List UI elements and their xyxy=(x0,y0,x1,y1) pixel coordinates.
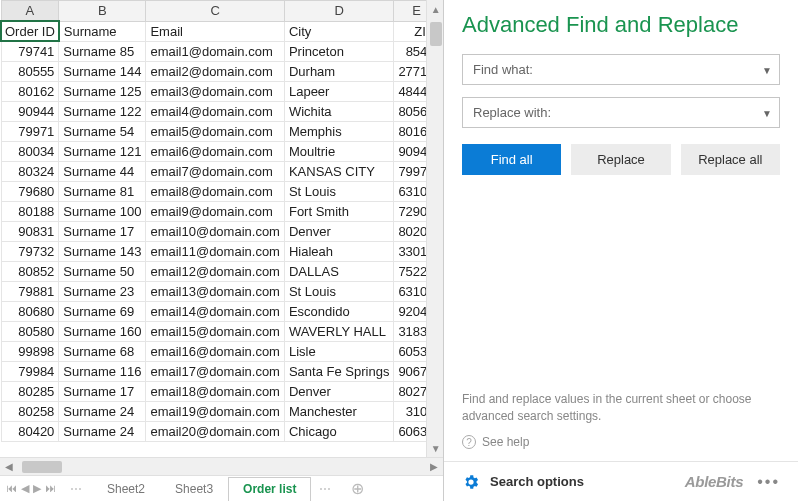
cell[interactable]: email13@domain.com xyxy=(146,282,285,302)
tab-overflow-icon[interactable]: ⋯ xyxy=(62,482,92,496)
cell[interactable]: Surname 125 xyxy=(59,82,146,102)
cell[interactable]: 79741 xyxy=(1,41,59,62)
scrollbar-thumb[interactable] xyxy=(430,22,442,46)
see-help-link[interactable]: ? See help xyxy=(462,435,780,449)
cell[interactable]: Surname 17 xyxy=(59,382,146,402)
cell[interactable]: Lisle xyxy=(284,342,393,362)
cell[interactable]: 79680 xyxy=(1,182,59,202)
column-header-B[interactable]: B xyxy=(59,1,146,22)
cell[interactable]: 48446 xyxy=(394,82,426,102)
replace-button[interactable]: Replace xyxy=(571,144,670,175)
cell[interactable]: Princeton xyxy=(284,41,393,62)
cell[interactable]: email5@domain.com xyxy=(146,122,285,142)
tab-last-icon[interactable]: ⏭ xyxy=(45,482,56,495)
cell[interactable]: email7@domain.com xyxy=(146,162,285,182)
cell[interactable]: email20@domain.com xyxy=(146,422,285,442)
find-what-field[interactable]: Find what: ▼ xyxy=(462,54,780,85)
cell[interactable]: email1@domain.com xyxy=(146,41,285,62)
cell[interactable]: 80680 xyxy=(1,302,59,322)
cell[interactable]: Denver xyxy=(284,222,393,242)
cell[interactable]: Surname 17 xyxy=(59,222,146,242)
scroll-right-icon[interactable]: ▶ xyxy=(425,458,443,476)
cell[interactable]: 79984 xyxy=(1,362,59,382)
cell[interactable]: Surname 121 xyxy=(59,142,146,162)
cell[interactable]: email12@domain.com xyxy=(146,262,285,282)
cell[interactable]: 80034 xyxy=(1,142,59,162)
cell[interactable]: Hialeah xyxy=(284,242,393,262)
add-sheet-icon[interactable]: ⊕ xyxy=(341,479,374,498)
cell[interactable]: 90831 xyxy=(1,222,59,242)
cell[interactable]: 92046 xyxy=(394,302,426,322)
cell[interactable]: 79881 xyxy=(1,282,59,302)
scroll-down-icon[interactable]: ▼ xyxy=(427,439,443,457)
cell[interactable]: email6@domain.com xyxy=(146,142,285,162)
cell[interactable]: Wichita xyxy=(284,102,393,122)
cell[interactable]: 60637 xyxy=(394,422,426,442)
find-all-button[interactable]: Find all xyxy=(462,144,561,175)
cell[interactable]: 79976 xyxy=(394,162,426,182)
header-cell[interactable]: Email xyxy=(146,21,285,41)
cell[interactable]: Surname 54 xyxy=(59,122,146,142)
cell[interactable]: Surname 100 xyxy=(59,202,146,222)
cell[interactable]: 60532 xyxy=(394,342,426,362)
horizontal-scrollbar[interactable]: ◀ ▶ xyxy=(0,457,443,475)
cell[interactable]: Surname 116 xyxy=(59,362,146,382)
column-header-E[interactable]: E xyxy=(394,1,426,22)
cell[interactable]: Surname 24 xyxy=(59,422,146,442)
cell[interactable]: 80274 xyxy=(394,382,426,402)
cell[interactable]: 80209 xyxy=(394,222,426,242)
cell[interactable]: email2@domain.com xyxy=(146,62,285,82)
spreadsheet-grid[interactable]: ABCDEOrder IDSurnameEmailCityZIP79741Sur… xyxy=(0,0,426,457)
sheet-tab[interactable]: Sheet3 xyxy=(160,477,228,501)
replace-with-input[interactable]: Replace with: xyxy=(462,97,780,128)
column-header-A[interactable]: A xyxy=(1,1,59,22)
cell[interactable]: Surname 81 xyxy=(59,182,146,202)
cell[interactable]: 8540 xyxy=(394,41,426,62)
cell[interactable]: email17@domain.com xyxy=(146,362,285,382)
cell[interactable]: 33016 xyxy=(394,242,426,262)
cell[interactable]: 79732 xyxy=(1,242,59,262)
tab-first-icon[interactable]: ⏮ xyxy=(6,482,17,495)
cell[interactable]: 75225 xyxy=(394,262,426,282)
cell[interactable]: 3101 xyxy=(394,402,426,422)
cell[interactable]: email10@domain.com xyxy=(146,222,285,242)
search-options-button[interactable]: Search options xyxy=(462,473,584,491)
cell[interactable]: Moultrie xyxy=(284,142,393,162)
cell[interactable]: 80324 xyxy=(1,162,59,182)
column-header-D[interactable]: D xyxy=(284,1,393,22)
cell[interactable]: Surname 44 xyxy=(59,162,146,182)
cell[interactable]: Denver xyxy=(284,382,393,402)
cell[interactable]: email8@domain.com xyxy=(146,182,285,202)
scrollbar-thumb[interactable] xyxy=(22,461,62,473)
cell[interactable]: Surname 68 xyxy=(59,342,146,362)
sheet-tab[interactable]: Order list xyxy=(228,477,311,502)
cell[interactable]: Lapeer xyxy=(284,82,393,102)
vertical-scrollbar[interactable]: ▲ ▼ xyxy=(426,0,443,457)
cell[interactable]: DALLAS xyxy=(284,262,393,282)
cell[interactable]: 80580 xyxy=(1,322,59,342)
cell[interactable]: Surname 69 xyxy=(59,302,146,322)
cell[interactable]: Surname 143 xyxy=(59,242,146,262)
cell[interactable]: 80188 xyxy=(1,202,59,222)
more-menu-icon[interactable]: ••• xyxy=(757,473,780,491)
column-header-C[interactable]: C xyxy=(146,1,285,22)
cell[interactable]: email19@domain.com xyxy=(146,402,285,422)
cell[interactable]: 31831 xyxy=(394,322,426,342)
cell[interactable]: 80167 xyxy=(394,122,426,142)
cell[interactable]: 80555 xyxy=(1,62,59,82)
cell[interactable]: Santa Fe Springs xyxy=(284,362,393,382)
cell[interactable]: Durham xyxy=(284,62,393,82)
replace-with-field[interactable]: Replace with: ▼ xyxy=(462,97,780,128)
scroll-left-icon[interactable]: ◀ xyxy=(0,458,18,476)
tab-prev-icon[interactable]: ◀ xyxy=(21,482,29,495)
cell[interactable]: 80560 xyxy=(394,102,426,122)
cell[interactable]: 79971 xyxy=(1,122,59,142)
cell[interactable]: Memphis xyxy=(284,122,393,142)
tab-overflow-icon[interactable]: ⋯ xyxy=(311,482,341,496)
cell[interactable]: email18@domain.com xyxy=(146,382,285,402)
cell[interactable]: St Louis xyxy=(284,182,393,202)
cell[interactable]: WAVERLY HALL xyxy=(284,322,393,342)
cell[interactable]: Escondido xyxy=(284,302,393,322)
find-what-input[interactable]: Find what: xyxy=(462,54,780,85)
cell[interactable]: 27710 xyxy=(394,62,426,82)
